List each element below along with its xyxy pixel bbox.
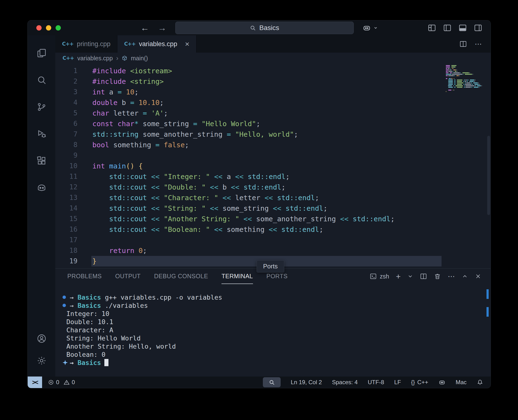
- copilot-menu[interactable]: [363, 23, 378, 32]
- code-line[interactable]: 2#include <string>: [55, 76, 491, 87]
- editor-actions: ⋯: [459, 35, 491, 52]
- line-number: 18: [55, 245, 77, 256]
- code-line[interactable]: 11 std::cout << "Integer: " << a << std:…: [55, 171, 491, 182]
- toggle-primary-sidebar-icon[interactable]: [443, 23, 452, 32]
- code-line[interactable]: 7std::string some_another_string = "Hell…: [55, 129, 491, 140]
- error-count: 0: [56, 379, 59, 386]
- breadcrumb-file[interactable]: variables.cpp: [77, 55, 113, 62]
- terminal-line: Boolean: 0: [62, 350, 491, 359]
- breadcrumb-symbol[interactable]: main(): [131, 55, 148, 62]
- more-actions-icon[interactable]: ⋯: [475, 40, 482, 48]
- terminal-line: → Basics g++ variables.cpp -o variables: [62, 293, 491, 301]
- code-line[interactable]: 17: [55, 235, 491, 245]
- notifications-bell-icon[interactable]: [477, 379, 483, 386]
- copilot-status-icon[interactable]: [438, 379, 446, 386]
- cpp-file-icon: C++: [62, 41, 74, 47]
- error-icon: [48, 379, 54, 385]
- terminal-line: Integer: 10: [62, 309, 491, 318]
- code-text: char letter = 'A';: [77, 108, 168, 119]
- customize-layout-icon[interactable]: [428, 23, 436, 32]
- terminal-line: Character: A: [62, 326, 491, 334]
- line-number: 16: [55, 224, 77, 235]
- account-icon[interactable]: [36, 333, 47, 344]
- terminal-view[interactable]: → Basics g++ variables.cpp -o variables→…: [55, 284, 491, 376]
- minimize-window-button[interactable]: [46, 25, 51, 30]
- maximize-panel-icon[interactable]: [462, 273, 468, 279]
- explorer-icon[interactable]: [36, 47, 47, 59]
- toggle-secondary-sidebar-icon[interactable]: [474, 23, 482, 32]
- terminal-line: Another String: Hello, world: [62, 342, 491, 350]
- kill-terminal-trash-icon[interactable]: [434, 273, 441, 280]
- remote-indicator[interactable]: ><: [28, 376, 42, 388]
- code-line[interactable]: 6const char* some_string = "Hello World"…: [55, 119, 491, 129]
- panel-tab-debug-console[interactable]: DEBUG CONSOLE: [154, 269, 208, 284]
- panel-tab-problems[interactable]: PROBLEMS: [67, 269, 102, 284]
- code-line[interactable]: 3int a = 10;: [55, 87, 491, 97]
- close-panel-icon[interactable]: [475, 273, 481, 280]
- chevron-down-icon: [373, 26, 378, 30]
- shell-selector[interactable]: zsh: [370, 273, 389, 280]
- code-lines: 1#include <iostream>2#include <string>3i…: [55, 66, 491, 266]
- terminal-icon: [370, 273, 377, 280]
- zoom-indicator[interactable]: [263, 377, 281, 387]
- code-text: std::cout << "Another String: " << some_…: [77, 214, 395, 224]
- code-line[interactable]: 5char letter = 'A';: [55, 108, 491, 119]
- copilot-chat-icon[interactable]: [36, 182, 47, 193]
- terminal-dropdown-icon[interactable]: [407, 273, 413, 279]
- back-arrow-icon[interactable]: ←: [141, 23, 149, 32]
- command-center-search[interactable]: Basics: [175, 22, 354, 34]
- code-line[interactable]: 14 std::cout << "String: " << some_strin…: [55, 203, 491, 214]
- line-number: 4: [55, 97, 77, 108]
- run-debug-icon[interactable]: [36, 128, 47, 140]
- search-sidebar-icon[interactable]: [36, 74, 47, 86]
- cpp-file-icon: C++: [124, 41, 136, 47]
- split-terminal-icon[interactable]: [420, 273, 427, 280]
- panel-tab-output[interactable]: OUTPUT: [115, 269, 141, 284]
- code-line[interactable]: 15 std::cout << "Another String: " << so…: [55, 214, 491, 224]
- extensions-icon[interactable]: [36, 155, 47, 166]
- indentation[interactable]: Spaces: 4: [332, 379, 358, 386]
- code-line[interactable]: 4double b = 10.10;: [55, 97, 491, 108]
- line-number: 11: [55, 171, 77, 182]
- eol-sequence[interactable]: LF: [394, 379, 401, 386]
- toggle-panel-icon[interactable]: [458, 23, 467, 32]
- problems-indicator[interactable]: 0 0: [48, 379, 75, 386]
- panel-actions: zsh + ⋯: [370, 269, 491, 284]
- terminal-line: Double: 10.1: [62, 318, 491, 326]
- code-line[interactable]: 13 std::cout << "Character: " << letter …: [55, 193, 491, 203]
- panel-tab-terminal[interactable]: TERMINAL: [222, 269, 253, 284]
- shell-name: zsh: [380, 273, 389, 280]
- close-window-button[interactable]: [36, 25, 42, 30]
- close-tab-icon[interactable]: ×: [185, 40, 190, 48]
- split-editor-icon[interactable]: [459, 40, 467, 48]
- zoom-window-button[interactable]: [55, 25, 61, 30]
- tab-printing-cpp[interactable]: C++ printing.cpp: [55, 35, 117, 52]
- code-line[interactable]: 10int main() {: [55, 161, 491, 171]
- code-line[interactable]: 8bool something = false;: [55, 140, 491, 150]
- code-line[interactable]: 9: [55, 150, 491, 161]
- encoding[interactable]: UTF-8: [368, 379, 384, 386]
- settings-gear-icon[interactable]: [36, 355, 47, 367]
- code-line[interactable]: 12 std::cout << "Double: " << b << std::…: [55, 182, 491, 193]
- line-number: 10: [55, 161, 77, 171]
- code-line[interactable]: 1#include <iostream>: [55, 66, 491, 76]
- panel-tabs: PROBLEMSOUTPUTDEBUG CONSOLETERMINALPORTS: [67, 269, 288, 284]
- minimap[interactable]: [446, 65, 482, 92]
- code-text: bool something = false;: [77, 140, 189, 150]
- command-center: ← → Basics: [141, 20, 378, 35]
- panel-more-actions-icon[interactable]: ⋯: [448, 273, 455, 280]
- language-mode[interactable]: {} C++: [411, 379, 428, 386]
- code-line[interactable]: 16 std::cout << "Boolean: " << something…: [55, 224, 491, 235]
- tab-variables-cpp[interactable]: C++ variables.cpp ×: [117, 35, 196, 52]
- cpp-file-icon: C++: [62, 55, 74, 61]
- editor-scrollbar[interactable]: [487, 136, 490, 215]
- cursor-position[interactable]: Ln 19, Col 2: [291, 379, 322, 386]
- code-text: [77, 235, 92, 245]
- forward-arrow-icon[interactable]: →: [158, 23, 167, 32]
- os-indicator[interactable]: Mac: [456, 379, 466, 386]
- code-line[interactable]: 18 return 0;: [55, 245, 491, 256]
- new-terminal-icon[interactable]: +: [396, 272, 401, 280]
- code-editor[interactable]: 1#include <iostream>2#include <string>3i…: [55, 64, 491, 268]
- source-control-icon[interactable]: [36, 101, 47, 113]
- layout-controls: [428, 20, 482, 35]
